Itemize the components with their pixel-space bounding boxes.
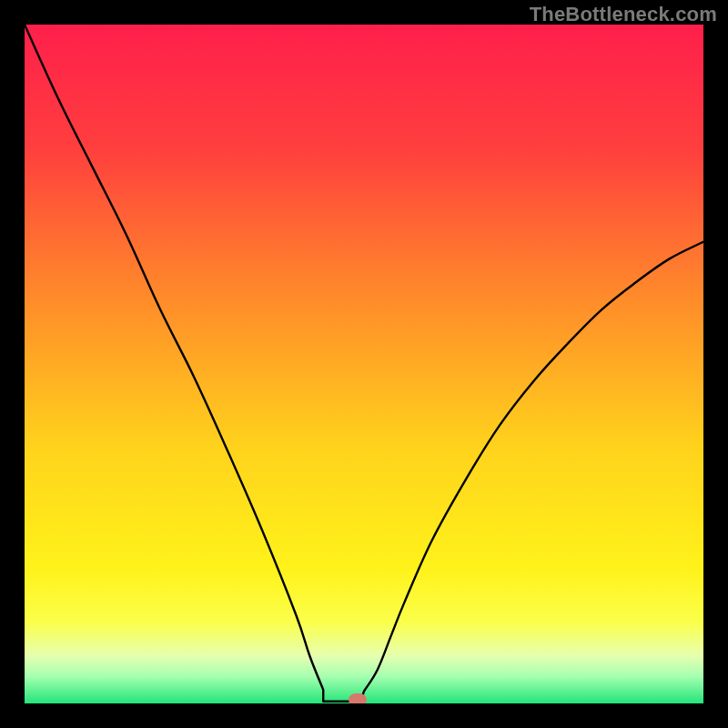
plot-area xyxy=(25,25,703,703)
optimal-point-marker xyxy=(349,693,367,703)
bottleneck-curve xyxy=(25,25,703,703)
chart-frame: TheBottleneck.com xyxy=(0,0,728,728)
watermark-text: TheBottleneck.com xyxy=(530,3,717,26)
